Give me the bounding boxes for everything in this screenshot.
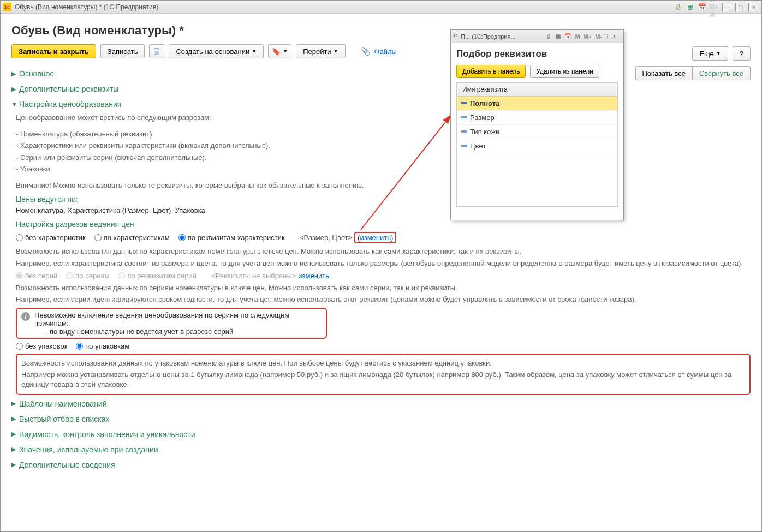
bullet-4: - Упаковки. bbox=[16, 164, 751, 174]
section-values[interactable]: ▶Значения, используемые при создании bbox=[11, 443, 751, 456]
section-pricing[interactable]: ▼Настройка ценообразования bbox=[11, 98, 751, 111]
app-logo-icon: 1c bbox=[3, 3, 11, 11]
document-icon bbox=[153, 47, 160, 55]
series-error-head: Невозможно включение ведения ценообразов… bbox=[34, 311, 322, 327]
create-based-button[interactable]: Создать на основании ▼ bbox=[169, 44, 264, 58]
popup-print-icon[interactable]: ⎙ bbox=[547, 33, 556, 39]
page-title: Обувь (Вид номенклатуры) * bbox=[11, 23, 751, 38]
popup-row-0[interactable]: Полнота bbox=[457, 97, 617, 111]
radio-by-series: по сериям bbox=[66, 272, 109, 280]
more-button[interactable]: Еще ▼ bbox=[692, 46, 728, 61]
prices-by-head: Цены ведутся по: bbox=[16, 195, 751, 204]
goto-button[interactable]: Перейти ▼ bbox=[296, 44, 345, 58]
radio-no-char[interactable]: без характеристик bbox=[16, 234, 86, 242]
popup-mminus-button[interactable]: M- bbox=[593, 33, 604, 40]
slices-head: Настройка разрезов ведения цен bbox=[16, 220, 751, 229]
section-extra[interactable]: ▶Дополнительные реквизиты bbox=[11, 82, 751, 95]
series-desc-1: Возможность использования данных по сери… bbox=[16, 283, 751, 293]
radio-no-series: без серий bbox=[16, 272, 57, 280]
pack-desc-2: Например можно устанавливать отдельно це… bbox=[21, 370, 745, 390]
section-templates[interactable]: ▶Шаблоны наименований bbox=[11, 397, 751, 410]
pricing-warning: Внимание! Можно использовать только те р… bbox=[16, 181, 751, 190]
popup-m-button[interactable]: M bbox=[573, 33, 581, 40]
popup-cal-icon[interactable]: 📅 bbox=[564, 33, 573, 39]
popup-calc-icon[interactable]: ▦ bbox=[556, 33, 564, 39]
close-button[interactable]: × bbox=[748, 3, 759, 11]
attachment-icon[interactable]: 📎 bbox=[361, 47, 370, 56]
bullet-3: - Серии или реквизиты серии (включая доп… bbox=[16, 153, 751, 163]
char-radio-row: без характеристик по характеристикам по … bbox=[16, 232, 751, 243]
bullet-2: - Характеристики или реквизиты характери… bbox=[16, 141, 751, 151]
info-icon: i bbox=[21, 312, 30, 321]
series-radio-row: без серий по сериям по реквизитам серий … bbox=[16, 272, 751, 280]
pack-radio-row: без упаковок по упаковкам bbox=[16, 342, 751, 350]
section-extra-info[interactable]: ▶Дополнительные сведения bbox=[11, 458, 751, 471]
change-char-box: (изменить) bbox=[354, 232, 396, 243]
popup-max-button[interactable]: □ bbox=[604, 33, 612, 40]
popup-row-2[interactable]: Тип кожи bbox=[457, 125, 617, 139]
series-desc-2: Например, если серии идентифицируются ср… bbox=[16, 295, 751, 304]
popup-row-1[interactable]: Размер bbox=[457, 111, 617, 125]
char-req-tag: <Размер, Цвет> bbox=[300, 234, 352, 242]
popup-list-header: Имя реквизита bbox=[457, 83, 617, 97]
print-icon[interactable]: ⎙ bbox=[673, 2, 683, 12]
calendar-icon[interactable]: 📅 bbox=[697, 2, 707, 12]
prices-by-value: Номенклатура, Характеристика (Размер, Цв… bbox=[16, 206, 751, 216]
popup-add-button[interactable]: Добавить в панель bbox=[456, 65, 526, 78]
popup-remove-button[interactable]: Удалить из панели bbox=[530, 65, 599, 78]
radio-no-pack[interactable]: без упаковок bbox=[16, 342, 67, 350]
series-req-tag: <Реквизиты не выбраны> bbox=[211, 272, 296, 280]
window-title: Обувь (Вид номенклатуры) * (1С:Предприят… bbox=[15, 3, 158, 11]
popup-close-button[interactable]: × bbox=[612, 33, 621, 40]
show-all-button[interactable]: Показать все bbox=[635, 66, 693, 80]
m-icon[interactable]: M M+ M- bbox=[709, 2, 719, 12]
popup-row-3[interactable]: Цвет bbox=[457, 139, 617, 153]
calculator-icon[interactable]: ▦ bbox=[685, 2, 695, 12]
radio-by-char[interactable]: по характеристикам bbox=[94, 234, 170, 242]
maximize-button[interactable]: □ bbox=[735, 3, 746, 11]
popup-title: П... (1С:Предприя... bbox=[461, 33, 516, 40]
bullet-1: - Номенклатура (обязательный реквизит) bbox=[16, 129, 751, 139]
popup-mplus-button[interactable]: M+ bbox=[582, 33, 594, 40]
popup-logo-icon: 1c bbox=[453, 33, 461, 40]
popup-header: Подбор реквизитов bbox=[456, 49, 618, 59]
save-button[interactable]: Записать bbox=[100, 44, 145, 58]
popup-window: 1c П... (1С:Предприя... ⎙ ▦ 📅 M M+ M- □ … bbox=[450, 29, 624, 220]
doc-button[interactable] bbox=[149, 44, 164, 58]
help-button[interactable]: ? bbox=[733, 46, 751, 61]
files-link[interactable]: Файлы bbox=[374, 47, 397, 56]
radio-by-series-req: по реквизитам серий bbox=[118, 272, 197, 280]
section-visibility[interactable]: ▶Видимость, контроль заполнения и уникал… bbox=[11, 428, 751, 441]
radio-by-pack[interactable]: по упаковкам bbox=[76, 342, 129, 350]
pack-desc-1: Возможность использования данных по упак… bbox=[21, 358, 745, 368]
tags-button[interactable]: 🔖 ▼ bbox=[268, 44, 291, 58]
content-area: Обувь (Вид номенклатуры) * Записать и за… bbox=[1, 14, 761, 480]
popup-list: Имя реквизита Полнота Размер Тип кожи Цв… bbox=[456, 82, 618, 207]
change-char-link[interactable]: изменить bbox=[360, 234, 391, 242]
collapse-all-button[interactable]: Свернуть все bbox=[693, 66, 751, 80]
titlebar: 1c Обувь (Вид номенклатуры) * (1С:Предпр… bbox=[1, 1, 761, 14]
pricing-intro: Ценообразование может вестись по следующ… bbox=[16, 113, 751, 123]
pack-desc-box: Возможность использования данных по упак… bbox=[16, 354, 751, 395]
radio-by-char-req[interactable]: по реквизитам характеристик bbox=[178, 234, 285, 242]
series-error-b1: - по виду номенклатуры не ведется учет в… bbox=[34, 327, 322, 336]
main-window: 1c Обувь (Вид номенклатуры) * (1С:Предпр… bbox=[0, 0, 762, 532]
char-desc-2: Например, если характеристика состоит из… bbox=[16, 259, 751, 268]
minimize-button[interactable]: — bbox=[722, 3, 733, 11]
change-series-link[interactable]: изменить bbox=[298, 272, 329, 280]
series-error-box: i Невозможно включение ведения ценообраз… bbox=[16, 308, 327, 339]
main-toolbar: Записать и закрыть Записать Создать на о… bbox=[11, 44, 751, 58]
popup-titlebar: 1c П... (1С:Предприя... ⎙ ▦ 📅 M M+ M- □ … bbox=[451, 30, 623, 43]
char-desc-1: Возможность использования данных по хара… bbox=[16, 247, 751, 256]
section-quick[interactable]: ▶Быстрый отбор в списках bbox=[11, 413, 751, 426]
save-close-button[interactable]: Записать и закрыть bbox=[11, 44, 96, 58]
